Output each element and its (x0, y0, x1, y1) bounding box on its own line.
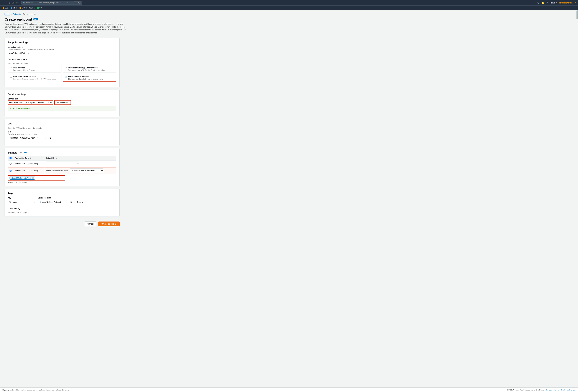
radio-aws-services-label: AWS services (13, 67, 35, 69)
info-badge[interactable]: Info (33, 18, 38, 20)
radio-privatelink-input[interactable] (65, 67, 67, 69)
scrollbar[interactable] (576, 10, 578, 388)
radio-privatelink[interactable]: PrivateLink Ready partner services Servi… (63, 65, 116, 73)
radio-other-input[interactable] (65, 76, 67, 78)
radio-other[interactable]: Other endpoint services Find services sh… (63, 74, 116, 82)
action-bar: Cancel Create endpoint (4, 219, 120, 229)
vpc-select-row: vpc-08923449ef299a780 (AppVpc) ↻ (8, 136, 116, 140)
service-name-label: Service name (8, 98, 116, 100)
create-endpoint-button[interactable]: Create endpoint (98, 222, 120, 226)
radio-other-hint: Find services shared with you by service… (68, 78, 103, 80)
subnets-table: Availability Zone ⇅ Subnet ID ⇅ (8, 156, 116, 174)
name-tag-hint: Creates a tag with a key of 'Name' and a… (8, 49, 116, 50)
tag-key-clear[interactable]: ✕ (34, 201, 36, 203)
verified-banner: ✓ Service name verified. (8, 106, 116, 111)
name-tag-input[interactable] (8, 51, 59, 55)
radio-privatelink-hint: Services with an AWS Service Ready desig… (68, 69, 104, 71)
row2-subnet-select[interactable]: subnet-063e5c3e9afe7d885 (70, 169, 103, 173)
subnet-selected-box: subnet-063e5c3e9afe7d885 ✕ (8, 175, 65, 181)
main-content: VPC › Endpoints › Create endpoint Create… (0, 10, 197, 239)
tags-key-header: Key (8, 197, 38, 199)
nav-right: ⚙ 🔔 ? Tokyo ▼ rengxinghengdao ▼ (537, 1, 577, 4)
select-all-checkbox[interactable] (9, 157, 11, 159)
tag-value-input-wrap: 🔍 ✕ (38, 200, 73, 204)
table-row: ap-northeast-1a (apne1-az4) (8, 160, 116, 167)
bell-icon[interactable]: 🔔 (541, 1, 545, 4)
subnet-tag: subnet-063e5c3e9afe7d885 ✕ (9, 177, 35, 180)
service-category-group: Service category Select the service cate… (8, 58, 116, 82)
question-icon[interactable]: ? (547, 1, 548, 4)
service-category-title: Service category (8, 58, 116, 60)
subnets-card: Subnets (1/2) Info Availability Zone ⇅ (4, 148, 120, 186)
bottom-links: Privacy Terms Cookie preferences (546, 389, 576, 391)
row1-subnet-select[interactable] (46, 162, 79, 166)
tag-row: 🔍 ✕ 🔍 ✕ Remove (8, 200, 116, 204)
nav-vpc[interactable]: VPC (10, 6, 18, 9)
scroll-thumb[interactable] (577, 10, 578, 19)
page-description: There are three types of VPC endpoints –… (4, 23, 126, 34)
endpoint-settings-title: Endpoint settings (8, 41, 116, 44)
radio-aws-services[interactable]: AWS services Services provided by Amazon (8, 65, 61, 73)
vpc-dot (11, 7, 12, 9)
global-search[interactable]: 🔍 [Alt+S] (21, 1, 82, 5)
radio-aws-services-input[interactable] (10, 67, 12, 69)
vpc-refresh-button[interactable]: ↻ (48, 136, 53, 140)
svg-text:aws: aws (2, 2, 4, 3)
subnet-sort-icon[interactable]: ⇅ (55, 157, 57, 159)
nav-cloudformation[interactable]: CloudFormation (18, 6, 36, 9)
add-tag-button[interactable]: Add new tag (8, 206, 22, 211)
vpc-section-hint: Select the VPC in which to create the en… (8, 127, 116, 129)
terms-link[interactable]: Terms (554, 389, 559, 391)
vpc-select[interactable]: vpc-08923449ef299a780 (AppVpc) (8, 136, 47, 140)
services-menu[interactable]: Services ▼ (8, 1, 20, 4)
region-selector[interactable]: Tokyo ▼ (550, 2, 557, 4)
vpc-field: VPC The VPC in which to create your endp… (8, 131, 116, 140)
endpoint-settings-card: Endpoint settings Name tag - optional Cr… (4, 38, 120, 87)
tag-value-search-icon: 🔍 (40, 201, 42, 203)
aws-logo[interactable]: aws (1, 1, 6, 4)
radio-marketplace-input[interactable] (10, 76, 12, 78)
page-title: Create endpoint Info (4, 17, 192, 21)
row2-checkbox[interactable] (9, 170, 11, 172)
user-menu[interactable]: rengxinghengdao ▼ (559, 2, 577, 4)
nav-ec2[interactable]: EC2 (1, 6, 9, 9)
ec2-dot (2, 7, 4, 9)
service-name-row: Verify service (8, 100, 116, 105)
search-icon: 🔍 (23, 2, 25, 4)
s3-dot (37, 7, 39, 9)
tag-value-clear[interactable]: ✕ (70, 201, 72, 203)
radio-marketplace[interactable]: AWS Marketplace services Services that y… (8, 74, 61, 82)
name-tag-field: Name tag - optional Creates a tag with a… (8, 46, 116, 55)
breadcrumb-vpc[interactable]: VPC (4, 13, 10, 15)
tags-title: Tags (8, 192, 116, 195)
privacy-link[interactable]: Privacy (546, 389, 552, 391)
search-input[interactable] (26, 2, 73, 4)
radio-privatelink-label: PrivateLink Ready partner services (68, 67, 104, 69)
row1-checkbox[interactable] (9, 163, 11, 165)
verify-service-button[interactable]: Verify service (54, 100, 71, 105)
nav-s3[interactable]: S3 (36, 6, 43, 9)
vpc-hint: The VPC in which to create your endpoint… (8, 133, 116, 135)
remove-tag-button[interactable]: Remove (75, 200, 85, 204)
search-shortcut: [Alt+S] (74, 1, 81, 4)
service-settings-title: Service settings (8, 93, 116, 96)
service-settings-card: Service settings Service name Verify ser… (4, 90, 120, 117)
settings-icon[interactable]: ⚙ (537, 1, 539, 4)
radio-aws-services-hint: Services provided by Amazon (13, 69, 35, 71)
th-az: Availability Zone ⇅ (13, 156, 44, 160)
cookie-link[interactable]: Cookie preferences (561, 389, 576, 391)
breadcrumb-current: Create endpoint (23, 13, 36, 15)
breadcrumb-endpoints[interactable]: Endpoints (13, 13, 21, 15)
top-navigation: aws Services ▼ 🔍 [Alt+S] ⚙ 🔔 ? Tokyo ▼ r… (0, 0, 578, 5)
vpc-card: VPC Select the VPC in which to create th… (4, 119, 120, 146)
service-name-input[interactable] (8, 100, 53, 105)
tag-key-input[interactable] (12, 201, 33, 203)
az-sort-icon[interactable]: ⇅ (30, 157, 31, 159)
bottom-url: https://ap-northeast-1.console.aws.amazo… (2, 389, 507, 391)
cancel-button[interactable]: Cancel (85, 222, 96, 226)
copyright: © 2022, Amazon Web Services, Inc. or its… (507, 389, 544, 391)
subnet-tag-remove[interactable]: ✕ (32, 177, 34, 179)
tag-value-input[interactable] (42, 201, 70, 203)
subnets-info-link[interactable]: Info (24, 152, 27, 154)
tag-key-input-wrap: 🔍 ✕ (8, 200, 37, 204)
